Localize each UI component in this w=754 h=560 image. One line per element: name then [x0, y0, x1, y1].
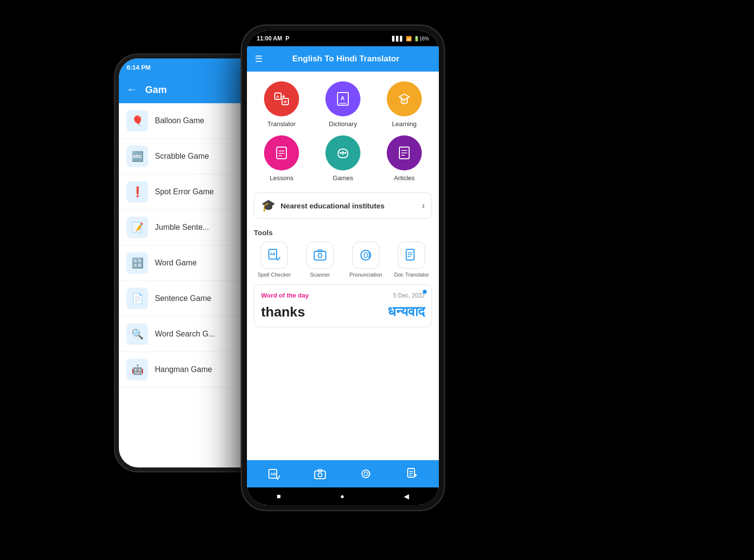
- word-of-the-day-card[interactable]: Word of the day 5 Dec, 2022 thanks धन्यव…: [254, 284, 432, 327]
- back-status-time: 6:14 PM: [127, 64, 151, 71]
- signal-icon: ▋▋▋: [392, 36, 404, 41]
- svg-text:AB: AB: [270, 252, 276, 256]
- grid-item-learning[interactable]: ?! Learning: [377, 81, 431, 128]
- list-item-label: Hangman Game: [155, 365, 212, 374]
- list-item-label: Word Game: [155, 259, 197, 267]
- translator-label: Translator: [267, 120, 296, 128]
- list-item-icon: 📝: [127, 217, 148, 238]
- status-icons: ▋▋▋ 📶 🔋16%: [392, 36, 429, 41]
- wotd-dot: [423, 290, 427, 294]
- scanner-tool-label: Scanner: [310, 272, 330, 278]
- svg-rect-8: [277, 147, 286, 159]
- hamburger-icon[interactable]: ☰: [255, 54, 263, 64]
- tools-title: Tools: [254, 228, 432, 237]
- nav-doc-translator[interactable]: [400, 462, 424, 485]
- android-home-btn[interactable]: ●: [340, 492, 344, 500]
- games-icon: [325, 135, 360, 170]
- doc_translator-tool-icon: [398, 242, 425, 269]
- android-square-btn[interactable]: ■: [277, 492, 281, 500]
- feature-grid: Aअ Translator A Dictionary ?! Learning L…: [247, 72, 439, 187]
- grid-item-lessons[interactable]: Lessons: [255, 135, 308, 182]
- wotd-english: thanks: [261, 304, 305, 320]
- list-item-label: Balloon Game: [155, 116, 204, 125]
- front-phone: 11:00 AM P ▋▋▋ 📶 🔋16% ☰ English To Hindi…: [241, 24, 445, 511]
- back-arrow-icon[interactable]: ←: [127, 83, 137, 96]
- graduation-icon: 🎓: [261, 199, 276, 212]
- list-item-label: Spot Error Game: [155, 187, 214, 196]
- lessons-label: Lessons: [270, 174, 293, 182]
- svg-rect-36: [408, 468, 415, 477]
- nearest-chevron-icon: ›: [422, 201, 425, 211]
- svg-rect-22: [314, 251, 326, 260]
- wifi-icon: 📶: [406, 36, 412, 41]
- grid-item-dictionary[interactable]: A Dictionary: [316, 81, 370, 128]
- pronunciation-tool-label: Pronunciation: [349, 272, 382, 278]
- grid-item-translator[interactable]: Aअ Translator: [255, 81, 308, 128]
- articles-icon: [387, 135, 422, 170]
- list-item-icon: 📄: [127, 288, 148, 309]
- android-back-btn[interactable]: ◀: [404, 492, 409, 500]
- spell_checker-tool-icon: AB: [261, 242, 288, 269]
- pronunciation-tool-icon: [352, 242, 379, 269]
- doc_translator-tool-label: Doc Translator: [394, 272, 429, 278]
- svg-text:A: A: [276, 94, 279, 99]
- list-item-label: Scrabble Game: [155, 152, 209, 161]
- lessons-icon: [264, 135, 299, 170]
- dictionary-label: Dictionary: [329, 120, 357, 128]
- wotd-words: thanks धन्यवाद: [261, 304, 425, 320]
- wotd-label: Word of the day: [261, 292, 309, 299]
- nearest-label: Nearest educational institutes: [281, 202, 417, 210]
- learning-label: Learning: [392, 120, 417, 128]
- svg-point-35: [362, 470, 370, 478]
- svg-text:A: A: [340, 95, 345, 102]
- scanner-tool-icon: [306, 242, 334, 269]
- list-item-label: Jumble Sente...: [155, 223, 209, 232]
- list-item-label: Word Search G...: [155, 330, 215, 338]
- android-navigation: ■ ● ◀: [247, 487, 439, 505]
- front-header: ☰ English To Hindi Translator: [247, 46, 439, 72]
- list-item-icon: 🔍: [127, 323, 148, 345]
- tool-pronunciation[interactable]: Pronunciation: [345, 242, 386, 278]
- bottom-navigation: AB: [247, 460, 439, 487]
- translator-icon: Aअ: [264, 81, 299, 116]
- front-status-time: 11:00 AM P: [257, 35, 289, 42]
- tool-scanner[interactable]: Scanner: [300, 242, 340, 278]
- svg-text:AB: AB: [270, 472, 276, 476]
- front-status-bar: 11:00 AM P ▋▋▋ 📶 🔋16%: [247, 31, 439, 46]
- list-item-icon: 🔤: [127, 146, 148, 167]
- svg-rect-32: [315, 471, 325, 479]
- dictionary-icon: A: [325, 81, 360, 116]
- nav-spell-checker[interactable]: AB: [262, 462, 285, 485]
- main-content: Aअ Translator A Dictionary ?! Learning L…: [247, 72, 439, 460]
- app-title: English To Hindi Translator: [269, 54, 422, 64]
- grid-item-games[interactable]: Games: [316, 135, 370, 182]
- back-header-title: Gam: [145, 84, 167, 95]
- wotd-date: 5 Dec, 2022: [393, 292, 425, 299]
- tools-section: Tools AB Spell Checker Scanner Pronuncia…: [247, 224, 439, 278]
- nearest-institutes-banner[interactable]: 🎓 Nearest educational institutes ›: [254, 192, 432, 219]
- nav-pronunciation[interactable]: [354, 462, 377, 485]
- grid-item-articles[interactable]: Articles: [377, 135, 431, 182]
- svg-point-33: [318, 473, 322, 477]
- tool-doc_translator[interactable]: Doc Translator: [391, 242, 432, 278]
- spell_checker-tool-label: Spell Checker: [258, 272, 291, 278]
- learning-icon: ?!: [387, 81, 422, 116]
- wotd-hindi: धन्यवाद: [388, 304, 425, 320]
- list-item-icon: 🔡: [127, 252, 148, 274]
- tools-row: AB Spell Checker Scanner Pronunciation D…: [254, 242, 432, 278]
- wotd-header: Word of the day 5 Dec, 2022: [261, 292, 425, 299]
- list-item-icon: ❗: [127, 181, 148, 203]
- svg-point-23: [318, 254, 322, 258]
- articles-label: Articles: [394, 174, 415, 182]
- tool-spell_checker[interactable]: AB Spell Checker: [254, 242, 295, 278]
- list-item-label: Sentence Game: [155, 294, 211, 303]
- svg-text:अ: अ: [283, 100, 287, 104]
- svg-text:?!: ?!: [402, 99, 406, 104]
- svg-point-13: [344, 152, 346, 154]
- nav-camera-scanner[interactable]: [308, 462, 332, 485]
- svg-point-12: [339, 152, 341, 154]
- games-label: Games: [333, 174, 353, 182]
- list-item-icon: 🎈: [127, 110, 148, 131]
- list-item-icon: 🤖: [127, 359, 148, 380]
- battery-icon: 🔋16%: [414, 36, 429, 41]
